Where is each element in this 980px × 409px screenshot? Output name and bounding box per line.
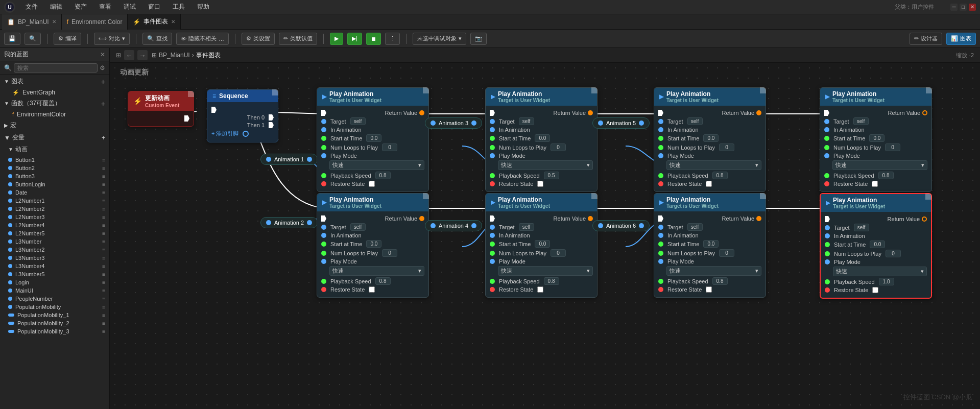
pa5-return-pin[interactable] [756, 110, 761, 115]
pa1-target-pin[interactable] [321, 119, 326, 124]
pa1-speed-pin[interactable] [321, 173, 326, 178]
node-corner-pa5[interactable] [760, 87, 766, 93]
pa3-restore-checkbox[interactable] [537, 181, 543, 187]
pa1-exec-in[interactable] [321, 110, 326, 116]
pa7-start-pin[interactable] [824, 136, 829, 141]
var-buttonlogin[interactable]: ButtonLogin ≡ [0, 180, 109, 188]
compare-button[interactable]: ⟺ 对比 ▾ [94, 33, 130, 45]
var-expand-mainui[interactable]: ≡ [102, 288, 105, 294]
menu-debug[interactable]: 调试 [122, 2, 138, 12]
pa6-restore-pin[interactable] [658, 287, 663, 292]
pa7-return-pin[interactable] [922, 110, 927, 115]
var-expand-button2[interactable]: ≡ [102, 165, 105, 171]
play-anim-node-7[interactable]: ▶ Play Animation Target is User Widget R… [820, 87, 932, 192]
pa6-return-pin[interactable] [756, 216, 761, 221]
seq-add-pin-circle[interactable] [243, 131, 249, 137]
pa8-speed-pin[interactable] [825, 279, 830, 284]
pa4-restore-pin[interactable] [490, 287, 495, 292]
pa7-exec-in[interactable] [824, 110, 829, 116]
var-l2number3[interactable]: L2Number3 ≡ [0, 213, 109, 221]
pa7-restore-pin[interactable] [824, 181, 829, 186]
pa3-target-pin[interactable] [490, 119, 495, 124]
pa2-mode-dropdown[interactable]: 快速▾ [329, 266, 424, 276]
stop-button[interactable]: ⏹ [366, 33, 381, 45]
var-l2number1[interactable]: L2Number1 ≡ [0, 197, 109, 205]
seq-then1-pin[interactable] [269, 122, 274, 128]
pa5-restore-checkbox[interactable] [706, 181, 712, 187]
anim1-pin[interactable] [266, 157, 271, 162]
browse-button[interactable]: 🔍 [25, 33, 41, 45]
node-corner-pa4[interactable] [591, 193, 597, 199]
var-populationmobility2[interactable]: PopulationMobility_2 ≡ [0, 319, 109, 327]
pa2-target-pin[interactable] [321, 225, 326, 230]
pa1-mode-pin[interactable] [321, 153, 326, 158]
tab-bp-mianui[interactable]: 📋 BP_MianUI ✕ [2, 14, 62, 30]
var-expand-l2number4[interactable]: ≡ [102, 223, 105, 228]
pa1-start-pin[interactable] [321, 136, 326, 141]
find-button[interactable]: 🔍 查找 [142, 33, 172, 45]
var-expand-populationmobility3[interactable]: ≡ [102, 329, 105, 334]
tab-close-0[interactable]: ✕ [52, 19, 56, 25]
anim1-out-pin[interactable] [307, 157, 312, 162]
graph-area[interactable]: ⊞ ← → ⊞ BP_MianUI › 事件图表 缩放 -2 动画更新 [110, 48, 980, 409]
anim3-pin[interactable] [431, 121, 436, 126]
var-expand-date[interactable]: ≡ [102, 190, 105, 196]
var-populationmobility3[interactable]: PopulationMobility_3 ≡ [0, 327, 109, 335]
node-corner-pa2[interactable] [423, 193, 429, 199]
pa2-speed-pin[interactable] [321, 279, 326, 284]
anim3-out-pin[interactable] [471, 121, 476, 126]
pa4-start-pin[interactable] [490, 242, 495, 247]
node-corner-pa6[interactable] [760, 193, 766, 199]
sequence-node[interactable]: ≡ Sequence Then 0 Then 1 [207, 89, 278, 142]
node-corner-pa8[interactable] [925, 194, 931, 200]
anim5-out-pin[interactable] [639, 121, 644, 126]
event-graph-item[interactable]: ⚡ EventGraph [0, 88, 109, 97]
maximize-button[interactable]: □ [960, 4, 967, 11]
var-l3number5[interactable]: L3Number5 ≡ [0, 270, 109, 278]
pa6-mode-pin[interactable] [658, 259, 663, 264]
pa1-restore-pin[interactable] [321, 181, 326, 186]
node-corner-seq[interactable] [272, 89, 278, 95]
pa4-inanim-pin[interactable] [490, 233, 495, 238]
var-expand-populationmobility1[interactable]: ≡ [102, 312, 105, 318]
pa4-mode-pin[interactable] [490, 259, 495, 264]
pa5-target-pin[interactable] [658, 119, 663, 124]
pa3-loops-pin[interactable] [490, 145, 495, 150]
anim5-pin[interactable] [598, 121, 603, 126]
class-defaults-button[interactable]: ✏ 类默认值 [279, 33, 317, 45]
pa8-mode-pin[interactable] [825, 259, 830, 264]
node-corner-pa3[interactable] [591, 87, 597, 93]
seq-exec-in-pin[interactable] [211, 107, 217, 113]
anim-input-3[interactable]: Animation 3 [425, 117, 482, 129]
animation-subsection[interactable]: ▼ 动画 [0, 143, 109, 156]
anim2-out-pin[interactable] [307, 220, 312, 225]
var-expand-l2number3[interactable]: ≡ [102, 214, 105, 220]
pa4-speed-pin[interactable] [490, 279, 495, 284]
play-anim-node-1[interactable]: ▶ Play Animation Target is User Widget R… [317, 87, 429, 192]
pa4-target-pin[interactable] [490, 225, 495, 230]
play-anim-node-2[interactable]: ▶ Play Animation Target is User Widget R… [317, 193, 429, 298]
pa2-exec-in[interactable] [321, 215, 326, 222]
pa8-restore-pin[interactable] [825, 287, 830, 293]
var-l3number2[interactable]: L3Number2 ≡ [0, 246, 109, 254]
var-login[interactable]: Login ≡ [0, 278, 109, 286]
menu-asset[interactable]: 资产 [73, 2, 89, 12]
class-settings-button[interactable]: ⚙ 类设置 [242, 33, 275, 45]
menu-edit[interactable]: 编辑 [48, 2, 64, 12]
pa7-speed-pin[interactable] [824, 173, 829, 178]
pa6-start-pin[interactable] [658, 242, 663, 247]
custom-event-node[interactable]: ⚡ 更新动画 Custom Event [128, 91, 194, 127]
menu-file[interactable]: 文件 [23, 2, 40, 12]
close-button[interactable]: ✕ [969, 4, 976, 11]
pa7-loops-pin[interactable] [824, 145, 829, 150]
anim2-pin[interactable] [266, 220, 271, 225]
anim-input-6[interactable]: Animation 6 [592, 220, 650, 231]
pa3-inanim-pin[interactable] [490, 127, 495, 132]
search-settings-icon[interactable]: ⚙ [100, 64, 105, 71]
node-corner-event[interactable] [188, 91, 194, 97]
pa5-mode-dropdown[interactable]: 快速▾ [666, 160, 761, 170]
variables-add-button[interactable]: + [102, 134, 105, 141]
anim-input-4[interactable]: Animation 4 [425, 220, 482, 231]
variables-section-header[interactable]: ▼ 变量 + [0, 132, 109, 143]
pa7-mode-pin[interactable] [824, 153, 829, 158]
